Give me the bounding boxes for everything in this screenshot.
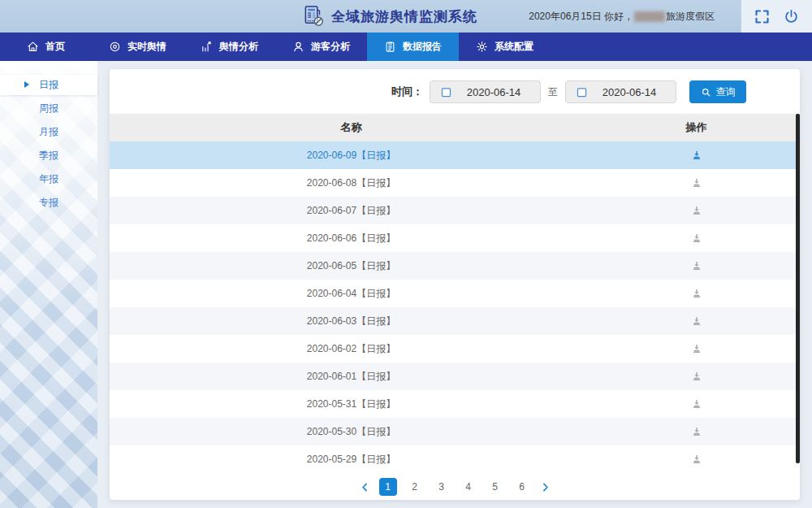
report-name: 2020-06-05【日报】 bbox=[110, 259, 593, 273]
gear-icon bbox=[476, 41, 488, 53]
sidebar-item-1[interactable]: 日报 bbox=[0, 75, 97, 95]
download-icon[interactable] bbox=[691, 288, 702, 299]
report-name: 2020-06-02【日报】 bbox=[110, 342, 593, 356]
pagination: 123456 bbox=[110, 478, 800, 496]
sidebar-item-label: 日报 bbox=[39, 79, 58, 90]
sidebar-item-2[interactable]: 周报 bbox=[0, 98, 97, 119]
page-button-3[interactable]: 3 bbox=[433, 478, 451, 496]
download-icon[interactable] bbox=[691, 177, 702, 189]
download-icon[interactable] bbox=[691, 454, 702, 465]
search-button[interactable]: 查询 bbox=[689, 80, 746, 103]
download-icon[interactable] bbox=[691, 150, 702, 161]
nav-item-label: 游客分析 bbox=[311, 40, 350, 54]
report-name: 2020-05-30【日报】 bbox=[110, 425, 593, 439]
start-date-input[interactable]: 2020-06-14 bbox=[430, 80, 541, 103]
end-date-input[interactable]: 2020-06-14 bbox=[565, 80, 676, 103]
report-name: 2020-06-09【日报】 bbox=[110, 149, 593, 163]
search-icon bbox=[701, 87, 711, 98]
home-icon bbox=[27, 41, 39, 53]
sidebar-item-label: 年报 bbox=[39, 173, 58, 185]
table-row[interactable]: 2020-06-01【日报】 bbox=[110, 363, 800, 390]
table-row[interactable]: 2020-05-30【日报】 bbox=[110, 418, 800, 445]
table-row[interactable]: 2020-06-08【日报】 bbox=[110, 169, 800, 197]
sidebar: 日报周报月报季报年报专报 bbox=[0, 61, 97, 508]
newspaper-logo-icon bbox=[302, 4, 324, 28]
page-button-1[interactable]: 1 bbox=[379, 478, 397, 496]
table-header: 名称 操作 bbox=[110, 114, 800, 141]
nav-item-label: 舆情分析 bbox=[219, 40, 258, 54]
sidebar-item-label: 季报 bbox=[39, 150, 58, 161]
row-operation-cell bbox=[593, 343, 800, 354]
download-icon[interactable] bbox=[691, 205, 702, 216]
report-name: 2020-05-31【日报】 bbox=[110, 397, 593, 411]
table-row[interactable]: 2020-05-29【日报】 bbox=[110, 445, 800, 473]
table-row[interactable]: 2020-06-09【日报】 bbox=[110, 141, 800, 169]
active-triangle-icon bbox=[24, 81, 29, 88]
power-icon[interactable] bbox=[783, 8, 800, 25]
row-operation-cell bbox=[593, 205, 800, 216]
main-nav: 首页实时舆情舆情分析游客分析数据报告系统配置 bbox=[0, 33, 812, 61]
sidebar-item-4[interactable]: 季报 bbox=[0, 145, 97, 166]
nav-item-label: 首页 bbox=[45, 40, 65, 54]
chevron-right-icon[interactable] bbox=[540, 482, 551, 493]
sidebar-item-label: 月报 bbox=[39, 126, 58, 137]
download-icon[interactable] bbox=[691, 371, 702, 382]
sidebar-item-label: 专报 bbox=[39, 197, 58, 208]
nav-item-3[interactable]: 舆情分析 bbox=[184, 33, 275, 61]
vertical-scrollbar[interactable] bbox=[796, 114, 800, 463]
report-name: 2020-06-03【日报】 bbox=[110, 315, 593, 328]
nav-item-4[interactable]: 游客分析 bbox=[275, 33, 367, 61]
nav-item-label: 数据报告 bbox=[403, 40, 442, 54]
row-operation-cell bbox=[593, 371, 800, 382]
download-icon[interactable] bbox=[691, 315, 702, 327]
download-icon[interactable] bbox=[691, 260, 702, 271]
fullscreen-icon[interactable] bbox=[754, 8, 771, 25]
redacted-org-name bbox=[634, 11, 665, 22]
download-icon[interactable] bbox=[691, 232, 702, 244]
nav-item-label: 系统配置 bbox=[495, 40, 533, 54]
sidebar-item-5[interactable]: 年报 bbox=[0, 169, 97, 189]
download-icon[interactable] bbox=[691, 426, 702, 437]
table-row[interactable]: 2020-06-07【日报】 bbox=[110, 197, 800, 224]
nav-item-5[interactable]: 数据报告 bbox=[367, 33, 459, 61]
download-icon[interactable] bbox=[691, 343, 702, 354]
page-button-6[interactable]: 6 bbox=[513, 478, 531, 496]
visitor-icon bbox=[292, 41, 304, 53]
sidebar-item-label: 周报 bbox=[39, 102, 58, 114]
eye-icon bbox=[109, 41, 121, 53]
table-row[interactable]: 2020-06-05【日报】 bbox=[110, 252, 800, 280]
app-header: 全域旅游舆情监测系统 2020年06月15日 你好， 旅游度假区 bbox=[0, 0, 812, 33]
nav-item-2[interactable]: 实时舆情 bbox=[92, 33, 184, 61]
row-operation-cell bbox=[593, 288, 800, 299]
table-row[interactable]: 2020-06-06【日报】 bbox=[110, 224, 800, 252]
page-button-5[interactable]: 5 bbox=[486, 478, 504, 496]
report-table: 名称 操作 2020-06-09【日报】2020-06-08【日报】2020-0… bbox=[110, 114, 800, 473]
table-row[interactable]: 2020-05-31【日报】 bbox=[110, 390, 800, 418]
date-greeting: 2020年06月15日 你好， bbox=[529, 10, 633, 24]
sidebar-item-6[interactable]: 专报 bbox=[0, 193, 97, 213]
report-name: 2020-06-04【日报】 bbox=[110, 287, 593, 301]
to-label: 至 bbox=[548, 85, 558, 99]
row-operation-cell bbox=[593, 260, 800, 271]
calendar-icon bbox=[576, 86, 588, 98]
chart-icon bbox=[201, 41, 213, 53]
row-operation-cell bbox=[593, 150, 800, 161]
sidebar-item-3[interactable]: 月报 bbox=[0, 122, 97, 142]
table-row[interactable]: 2020-06-02【日报】 bbox=[110, 335, 800, 363]
org-suffix: 旅游度假区 bbox=[666, 10, 715, 24]
app-title: 全域旅游舆情监测系统 bbox=[331, 7, 477, 26]
end-date-value: 2020-06-14 bbox=[588, 86, 676, 98]
page-button-2[interactable]: 2 bbox=[406, 478, 424, 496]
chevron-left-icon[interactable] bbox=[360, 482, 370, 493]
nav-item-label: 实时舆情 bbox=[127, 40, 166, 54]
nav-item-6[interactable]: 系统配置 bbox=[459, 33, 551, 61]
sidebar-list: 日报周报月报季报年报专报 bbox=[0, 61, 97, 213]
page-button-4[interactable]: 4 bbox=[460, 478, 477, 496]
report-name: 2020-06-06【日报】 bbox=[110, 232, 593, 245]
download-icon[interactable] bbox=[691, 398, 702, 410]
nav-item-1[interactable]: 首页 bbox=[0, 33, 92, 61]
table-row[interactable]: 2020-06-03【日报】 bbox=[110, 307, 800, 335]
report-name: 2020-05-29【日报】 bbox=[110, 453, 593, 467]
report-icon bbox=[384, 41, 396, 53]
table-row[interactable]: 2020-06-04【日报】 bbox=[110, 280, 800, 307]
